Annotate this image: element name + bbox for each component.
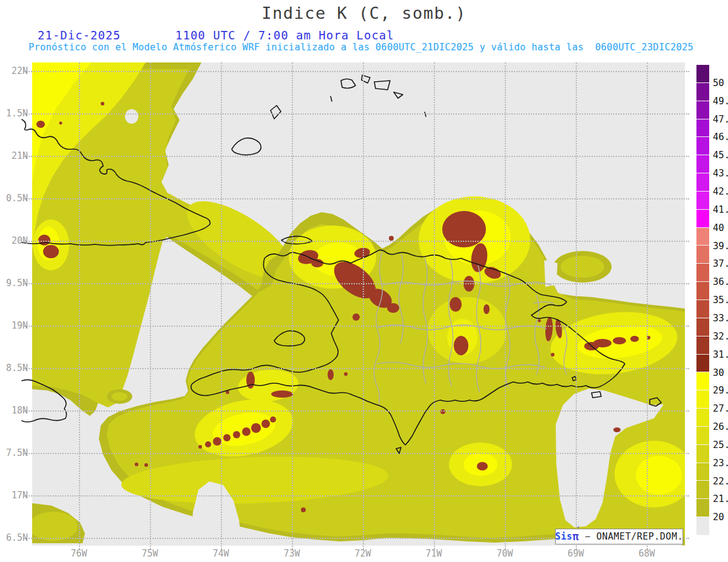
lat-gridline-9.5N — [24, 283, 689, 284]
legend-label-30: 30 — [713, 367, 724, 378]
lon-tick-label: 75W — [136, 548, 163, 559]
yellow-patch-near-jamaica — [107, 389, 132, 404]
lat-gridline-8.5N — [24, 368, 689, 369]
sispi-brand-text: Sis — [555, 531, 573, 542]
lon-gridline-76W — [79, 62, 80, 549]
legend-segment-16 — [696, 355, 709, 373]
lat-tick-label: 9.5N — [0, 278, 28, 289]
legend-label-22.6: 22.6 — [713, 476, 728, 487]
legend-label-20: 20 — [713, 512, 724, 523]
lat-tick-label: 18N — [0, 405, 28, 416]
legend-label-41.3: 41.3 — [713, 204, 728, 215]
lon-tick-label: 73W — [278, 548, 305, 559]
legend-segment-23 — [696, 481, 709, 499]
lat-tick-label: 6.5N — [0, 532, 28, 543]
lat-gridline-1.5N — [24, 113, 689, 115]
legend-segment-12 — [696, 282, 709, 300]
legend-label-27.8: 27.8 — [713, 403, 728, 414]
legend-segment-8 — [696, 210, 709, 228]
legend-label-43.9: 43.9 — [713, 168, 728, 179]
legend-label-46.5: 46.5 — [713, 132, 728, 142]
lat-tick-label: 20N — [0, 235, 28, 246]
legend-segment-5 — [696, 155, 709, 173]
legend-segment-17 — [696, 372, 709, 390]
lat-tick-label: 8.5N — [0, 363, 28, 373]
lon-gridline-72W — [363, 62, 364, 549]
lon-tick-label: 69W — [562, 548, 589, 559]
legend-segment-20 — [696, 427, 709, 445]
legend-label-32.6: 32.6 — [713, 331, 728, 342]
lat-tick-label: 22N — [0, 65, 28, 76]
lat-gridline-18N — [24, 410, 689, 412]
legend-label-29.1: 29.1 — [713, 385, 728, 396]
lon-tick-label: 74W — [207, 548, 234, 559]
legend-label-23.9: 23.9 — [713, 458, 728, 469]
legend-label-35.2: 35.2 — [713, 295, 728, 306]
lon-tick-label: 68W — [633, 548, 660, 559]
lat-gridline-17N — [24, 495, 689, 497]
legend-segment-3 — [696, 119, 709, 138]
legend-label-37.8: 37.8 — [713, 258, 728, 269]
legend-segment-13 — [696, 300, 709, 318]
lat-gridline-19N — [24, 326, 689, 327]
legend-segment-14 — [696, 318, 709, 336]
legend-segment-18 — [696, 390, 709, 409]
lat-tick-label: 21N — [0, 150, 28, 161]
legend-label-36.5: 36.5 — [713, 276, 728, 287]
map-frame: 22N1.5N21N0.5N20N9.5N19N8.5N18N7.5N17N6.… — [0, 0, 728, 562]
legend-segment-11 — [696, 264, 709, 282]
lon-gridline-74W — [221, 62, 222, 549]
legend-label-42.6: 42.6 — [713, 186, 728, 197]
lon-tick-label: 70W — [491, 548, 518, 559]
legend-segment-6 — [696, 173, 709, 192]
lon-gridline-70W — [505, 62, 506, 549]
lat-tick-label: 1.5N — [0, 108, 28, 119]
legend-label-33.9: 33.9 — [713, 313, 728, 324]
lat-tick-label: 19N — [0, 320, 28, 331]
lat-gridline-0.5N — [24, 198, 689, 199]
lat-gridline-7.5N — [24, 453, 689, 454]
kindex-shaded-field — [29, 62, 693, 546]
sispi-onamet-watermark: Sisπ´ − ONAMET/REP.DOM. — [555, 529, 683, 544]
legend-segment-25 — [696, 517, 709, 535]
onamet-org-text: ONAMET/REP.DOM. — [596, 531, 683, 542]
legend-label-45.2: 45.2 — [713, 150, 728, 161]
lat-gridline-22N — [24, 71, 689, 72]
lon-tick-label: 72W — [349, 548, 376, 559]
lat-tick-label: 7.5N — [0, 447, 28, 458]
legend-label-25.2: 25.2 — [713, 440, 728, 450]
lat-gridline-20N — [24, 241, 689, 242]
legend-segment-21 — [696, 445, 709, 463]
yellow-patch-north-of-samana — [553, 251, 612, 283]
legend-segment-0 — [696, 65, 709, 83]
legend-label-47.8: 47.8 — [713, 114, 728, 125]
lon-tick-label: 71W — [420, 548, 447, 559]
legend-label-39.1: 39.1 — [713, 241, 728, 252]
lon-tick-label: 76W — [66, 548, 92, 559]
legend-segment-2 — [696, 101, 709, 119]
legend-segment-1 — [696, 83, 709, 101]
lon-gridline-75W — [150, 62, 151, 549]
legend-segment-24 — [696, 499, 709, 517]
lon-gridline-71W — [434, 62, 435, 549]
lon-gridline-68W — [647, 62, 648, 549]
pi-logo-glyph: π´ — [573, 530, 579, 543]
legend-segment-4 — [696, 137, 709, 155]
legend-label-21.3: 21.3 — [713, 493, 728, 504]
weather-map-app: Indice K (C, somb.) 21-Dic-2025 1100 UTC… — [0, 0, 728, 562]
lat-tick-label: 17N — [0, 490, 28, 501]
legend-segment-15 — [696, 336, 709, 355]
legend-segment-22 — [696, 463, 709, 481]
legend-label-26.5: 26.5 — [713, 421, 728, 432]
legend-segment-7 — [696, 192, 709, 210]
legend-segment-9 — [696, 228, 709, 246]
pi-accent: ´ — [576, 526, 581, 535]
legend-label-31.3: 31.3 — [713, 349, 728, 360]
watermark-separator: − — [579, 531, 596, 542]
lat-tick-label: 0.5N — [0, 193, 28, 204]
legend-label-40: 40 — [713, 222, 724, 233]
lon-gridline-73W — [292, 62, 293, 549]
lon-gridline-69W — [576, 62, 577, 549]
legend-label-49.1: 49.1 — [713, 96, 728, 107]
legend-colorbar — [696, 65, 709, 535]
